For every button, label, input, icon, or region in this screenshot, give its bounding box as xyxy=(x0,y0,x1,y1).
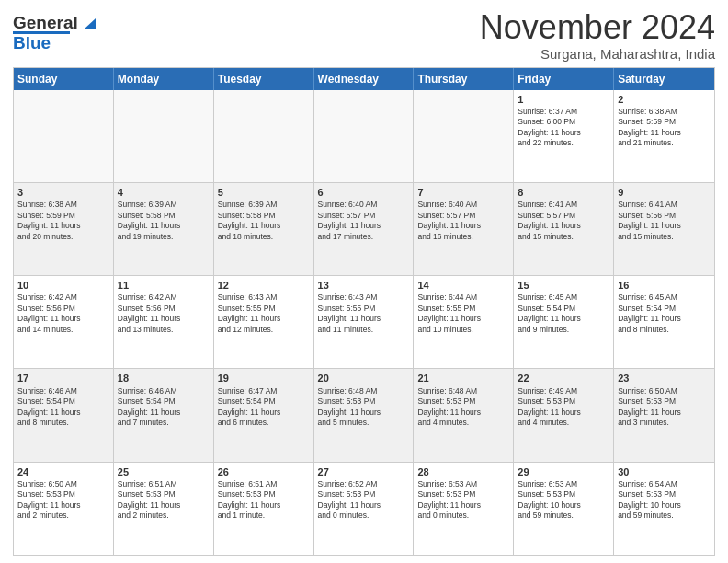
cell-text: Sunrise: 6:46 AMSunset: 5:54 PMDaylight:… xyxy=(118,386,210,429)
day-number: 1 xyxy=(518,93,609,106)
cal-header-cell: Friday xyxy=(514,68,614,90)
day-number: 18 xyxy=(118,372,210,385)
month-title: November 2024 xyxy=(480,9,715,46)
cal-cell: 15Sunrise: 6:45 AMSunset: 5:54 PMDayligh… xyxy=(514,276,614,368)
cell-text: Sunrise: 6:45 AMSunset: 5:54 PMDaylight:… xyxy=(618,293,711,335)
day-number: 13 xyxy=(318,279,410,292)
cell-text: Sunrise: 6:38 AMSunset: 5:59 PMDaylight:… xyxy=(17,200,109,242)
day-number: 23 xyxy=(618,372,711,385)
cal-cell: 8Sunrise: 6:41 AMSunset: 5:57 PMDaylight… xyxy=(514,183,614,275)
cal-row: 24Sunrise: 6:50 AMSunset: 5:53 PMDayligh… xyxy=(14,462,714,555)
cell-text: Sunrise: 6:38 AMSunset: 5:59 PMDaylight:… xyxy=(618,107,711,149)
cal-cell: 1Sunrise: 6:37 AMSunset: 6:00 PMDaylight… xyxy=(514,90,614,182)
logo-general: General xyxy=(13,13,78,33)
cal-cell: 29Sunrise: 6:53 AMSunset: 5:53 PMDayligh… xyxy=(514,463,614,555)
cal-cell xyxy=(114,90,214,182)
day-number: 30 xyxy=(618,465,711,478)
calendar-header: SundayMondayTuesdayWednesdayThursdayFrid… xyxy=(14,68,714,90)
cell-text: Sunrise: 6:49 AMSunset: 5:53 PMDaylight:… xyxy=(518,386,609,429)
cell-text: Sunrise: 6:47 AMSunset: 5:54 PMDaylight:… xyxy=(218,386,310,429)
day-number: 10 xyxy=(17,279,109,292)
calendar-body: 1Sunrise: 6:37 AMSunset: 6:00 PMDaylight… xyxy=(14,90,714,555)
logo: General Blue xyxy=(13,9,96,53)
cell-text: Sunrise: 6:40 AMSunset: 5:57 PMDaylight:… xyxy=(417,200,509,242)
logo-icon xyxy=(79,15,96,31)
day-number: 6 xyxy=(318,186,410,199)
cell-text: Sunrise: 6:48 AMSunset: 5:53 PMDaylight:… xyxy=(318,386,410,429)
day-number: 3 xyxy=(17,186,109,199)
cal-cell: 9Sunrise: 6:41 AMSunset: 5:56 PMDaylight… xyxy=(614,183,714,275)
svg-marker-0 xyxy=(84,18,96,29)
day-number: 25 xyxy=(118,465,210,478)
cell-text: Sunrise: 6:54 AMSunset: 5:53 PMDaylight:… xyxy=(618,479,711,522)
cal-cell: 22Sunrise: 6:49 AMSunset: 5:53 PMDayligh… xyxy=(514,369,614,461)
cal-cell: 12Sunrise: 6:43 AMSunset: 5:55 PMDayligh… xyxy=(214,276,314,368)
cal-cell: 5Sunrise: 6:39 AMSunset: 5:58 PMDaylight… xyxy=(214,183,314,275)
cal-cell: 10Sunrise: 6:42 AMSunset: 5:56 PMDayligh… xyxy=(14,276,114,368)
calendar: SundayMondayTuesdayWednesdayThursdayFrid… xyxy=(13,67,715,556)
day-number: 24 xyxy=(17,465,109,478)
cal-cell: 20Sunrise: 6:48 AMSunset: 5:53 PMDayligh… xyxy=(314,369,415,461)
page: General Blue November 2024 Surgana, Maha… xyxy=(0,0,728,563)
cal-header-cell: Monday xyxy=(114,68,214,90)
cell-text: Sunrise: 6:40 AMSunset: 5:57 PMDaylight:… xyxy=(318,200,410,242)
day-number: 11 xyxy=(118,279,210,292)
cal-cell: 16Sunrise: 6:45 AMSunset: 5:54 PMDayligh… xyxy=(614,276,714,368)
cell-text: Sunrise: 6:44 AMSunset: 5:55 PMDaylight:… xyxy=(417,293,509,335)
day-number: 20 xyxy=(318,372,410,385)
day-number: 4 xyxy=(118,186,210,199)
cal-cell: 3Sunrise: 6:38 AMSunset: 5:59 PMDaylight… xyxy=(14,183,114,275)
cell-text: Sunrise: 6:53 AMSunset: 5:53 PMDaylight:… xyxy=(518,479,609,522)
cal-cell: 17Sunrise: 6:46 AMSunset: 5:54 PMDayligh… xyxy=(14,369,114,461)
header: General Blue November 2024 Surgana, Maha… xyxy=(13,9,715,62)
cal-cell xyxy=(414,90,514,182)
day-number: 12 xyxy=(218,279,310,292)
cell-text: Sunrise: 6:41 AMSunset: 5:56 PMDaylight:… xyxy=(618,200,711,242)
cell-text: Sunrise: 6:39 AMSunset: 5:58 PMDaylight:… xyxy=(218,200,310,242)
cal-row: 10Sunrise: 6:42 AMSunset: 5:56 PMDayligh… xyxy=(14,275,714,368)
cal-cell: 23Sunrise: 6:50 AMSunset: 5:53 PMDayligh… xyxy=(614,369,714,461)
cell-text: Sunrise: 6:42 AMSunset: 5:56 PMDaylight:… xyxy=(118,293,210,335)
cal-cell: 14Sunrise: 6:44 AMSunset: 5:55 PMDayligh… xyxy=(414,276,514,368)
day-number: 2 xyxy=(618,93,711,106)
cal-cell: 13Sunrise: 6:43 AMSunset: 5:55 PMDayligh… xyxy=(314,276,415,368)
day-number: 22 xyxy=(518,372,609,385)
cell-text: Sunrise: 6:46 AMSunset: 5:54 PMDaylight:… xyxy=(17,386,109,429)
day-number: 19 xyxy=(218,372,310,385)
logo-blue: Blue xyxy=(13,33,51,53)
day-number: 26 xyxy=(218,465,310,478)
cal-cell: 4Sunrise: 6:39 AMSunset: 5:58 PMDaylight… xyxy=(114,183,214,275)
cal-cell: 11Sunrise: 6:42 AMSunset: 5:56 PMDayligh… xyxy=(114,276,214,368)
day-number: 14 xyxy=(417,279,509,292)
day-number: 21 xyxy=(417,372,509,385)
cal-row: 17Sunrise: 6:46 AMSunset: 5:54 PMDayligh… xyxy=(14,368,714,461)
cal-cell: 6Sunrise: 6:40 AMSunset: 5:57 PMDaylight… xyxy=(314,183,415,275)
cal-header-cell: Wednesday xyxy=(314,68,415,90)
cell-text: Sunrise: 6:48 AMSunset: 5:53 PMDaylight:… xyxy=(417,386,509,429)
cell-text: Sunrise: 6:50 AMSunset: 5:53 PMDaylight:… xyxy=(17,479,109,522)
cal-header-cell: Tuesday xyxy=(214,68,314,90)
cell-text: Sunrise: 6:53 AMSunset: 5:53 PMDaylight:… xyxy=(417,479,509,522)
cell-text: Sunrise: 6:45 AMSunset: 5:54 PMDaylight:… xyxy=(518,293,609,335)
cell-text: Sunrise: 6:43 AMSunset: 5:55 PMDaylight:… xyxy=(318,293,410,335)
cell-text: Sunrise: 6:52 AMSunset: 5:53 PMDaylight:… xyxy=(318,479,410,522)
cal-cell: 25Sunrise: 6:51 AMSunset: 5:53 PMDayligh… xyxy=(114,463,214,555)
cal-cell: 26Sunrise: 6:51 AMSunset: 5:53 PMDayligh… xyxy=(214,463,314,555)
cell-text: Sunrise: 6:41 AMSunset: 5:57 PMDaylight:… xyxy=(518,200,609,242)
cal-header-cell: Thursday xyxy=(414,68,514,90)
cal-row: 3Sunrise: 6:38 AMSunset: 5:59 PMDaylight… xyxy=(14,182,714,275)
cell-text: Sunrise: 6:51 AMSunset: 5:53 PMDaylight:… xyxy=(118,479,210,522)
cal-row: 1Sunrise: 6:37 AMSunset: 6:00 PMDaylight… xyxy=(14,90,714,182)
cal-cell xyxy=(14,90,114,182)
cal-cell: 21Sunrise: 6:48 AMSunset: 5:53 PMDayligh… xyxy=(414,369,514,461)
day-number: 5 xyxy=(218,186,310,199)
cell-text: Sunrise: 6:43 AMSunset: 5:55 PMDaylight:… xyxy=(218,293,310,335)
cal-cell: 27Sunrise: 6:52 AMSunset: 5:53 PMDayligh… xyxy=(314,463,415,555)
day-number: 29 xyxy=(518,465,609,478)
cal-cell: 7Sunrise: 6:40 AMSunset: 5:57 PMDaylight… xyxy=(414,183,514,275)
location: Surgana, Maharashtra, India xyxy=(480,46,715,62)
day-number: 15 xyxy=(518,279,609,292)
day-number: 27 xyxy=(318,465,410,478)
cal-cell: 28Sunrise: 6:53 AMSunset: 5:53 PMDayligh… xyxy=(414,463,514,555)
cal-cell xyxy=(214,90,314,182)
